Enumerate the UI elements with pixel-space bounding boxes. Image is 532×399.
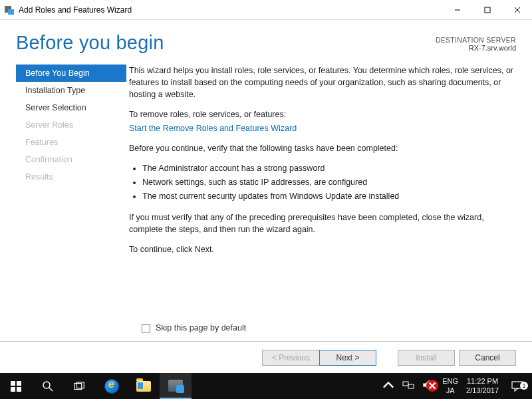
tray-chevron-up-icon[interactable] <box>378 379 398 393</box>
step-results: Results <box>16 168 126 186</box>
titlebar: Add Roles and Features Wizard <box>0 0 532 20</box>
main-content: This wizard helps you install roles, rol… <box>126 65 516 264</box>
tray-input-language[interactable]: ENG JA <box>438 377 462 394</box>
wizard-steps-sidebar: Before You Begin Installation Type Serve… <box>0 65 126 264</box>
tray-clock[interactable]: 11:22 PM 2/13/2017 <box>462 377 503 394</box>
server-manager-icon <box>168 380 183 392</box>
continue-hint: To continue, click Next. <box>129 243 516 255</box>
svg-point-10 <box>43 382 50 388</box>
svg-rect-14 <box>403 382 408 386</box>
step-installation-type[interactable]: Installation Type <box>16 82 126 99</box>
prereq-item: The most current security updates from W… <box>142 190 516 202</box>
step-features: Features <box>16 134 126 151</box>
step-before-you-begin[interactable]: Before You Begin <box>16 65 126 82</box>
taskbar-file-explorer-icon[interactable] <box>128 373 160 399</box>
maximize-button[interactable] <box>472 0 502 20</box>
svg-line-11 <box>49 388 53 391</box>
svg-rect-9 <box>17 387 21 392</box>
tray-time: 11:22 PM <box>466 377 499 386</box>
cancel-button[interactable]: Cancel <box>459 350 516 366</box>
tray-date: 2/13/2017 <box>466 386 499 395</box>
step-confirmation: Confirmation <box>16 151 126 168</box>
next-button[interactable]: Next > <box>319 350 376 366</box>
step-server-selection[interactable]: Server Selection <box>16 99 126 116</box>
system-tray: ENG JA 11:22 PM 2/13/2017 1 <box>378 373 532 399</box>
skip-page-label: Skip this page by default <box>156 323 246 332</box>
prereq-list: The Administrator account has a strong p… <box>129 162 516 202</box>
skip-page-row: Skip this page by default <box>142 323 246 332</box>
prereq-item: Network settings, such as static IP addr… <box>142 176 516 188</box>
remove-label: To remove roles, role services, or featu… <box>129 108 516 120</box>
folder-icon <box>136 381 151 392</box>
intro-text: This wizard helps you install roles, rol… <box>129 65 516 100</box>
taskbar-ie-icon[interactable] <box>96 373 128 399</box>
start-button[interactable] <box>0 373 32 399</box>
destination-server-name: RX-7.srv.world <box>436 44 516 52</box>
destination-server-block: DESTINATION SERVER RX-7.srv.world <box>436 32 516 54</box>
destination-label: DESTINATION SERVER <box>436 36 516 44</box>
notification-badge: 1 <box>520 382 528 390</box>
svg-rect-6 <box>11 381 15 386</box>
step-server-roles: Server Roles <box>16 116 126 134</box>
svg-rect-7 <box>17 381 21 386</box>
search-button[interactable] <box>32 373 64 399</box>
remove-roles-link[interactable]: Start the Remove Roles and Features Wiza… <box>129 124 297 133</box>
wizard-button-bar: < Previous Next > Install Cancel <box>0 341 532 373</box>
minimize-button[interactable] <box>442 0 472 20</box>
svg-rect-8 <box>11 387 15 392</box>
skip-page-checkbox[interactable] <box>142 324 150 332</box>
svg-rect-15 <box>408 384 414 388</box>
page-title: Before you begin <box>16 32 436 54</box>
internet-explorer-icon <box>104 379 119 394</box>
taskbar: ENG JA 11:22 PM 2/13/2017 1 <box>0 373 532 399</box>
taskbar-server-manager-icon[interactable] <box>160 373 192 399</box>
verify-intro: Before you continue, verify that the fol… <box>129 142 516 154</box>
action-center-button[interactable]: 1 <box>503 380 532 392</box>
tray-network-icon[interactable] <box>398 379 418 393</box>
tray-volume-icon[interactable] <box>418 379 438 393</box>
previous-button: < Previous <box>262 350 319 366</box>
close-button[interactable] <box>502 0 532 20</box>
server-manager-app-icon <box>4 5 15 15</box>
svg-rect-3 <box>485 7 490 13</box>
task-view-button[interactable] <box>64 373 96 399</box>
install-button: Install <box>398 350 455 366</box>
window-title: Add Roles and Features Wizard <box>19 5 442 15</box>
prereq-item: The Administrator account has a strong p… <box>142 162 516 174</box>
svg-rect-1 <box>8 9 14 15</box>
prereq-close-text: If you must verify that any of the prece… <box>129 211 516 235</box>
